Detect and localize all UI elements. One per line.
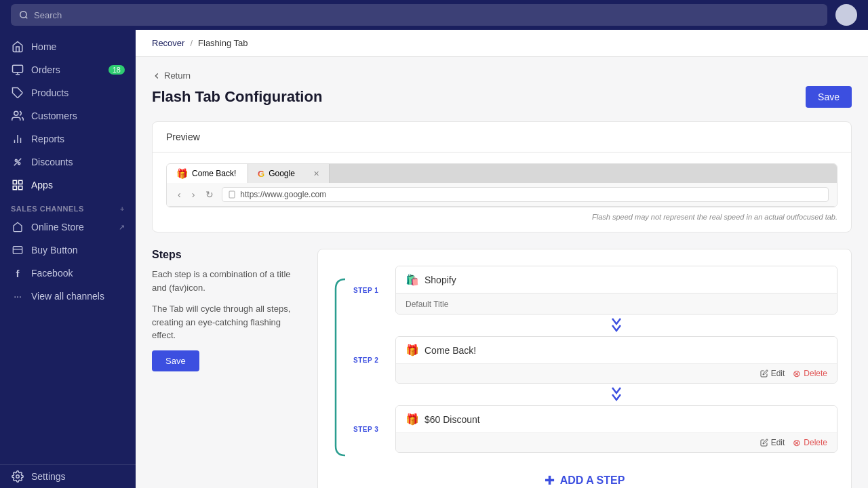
add-step-button[interactable]: ✚ ADD A STEP [332,462,837,488]
sidebar-item-home[interactable]: Home [0,35,136,58]
browser-tab-active[interactable]: 🎁 Come Back! [167,164,248,183]
step-connector-2 [395,384,837,405]
chevron-down-double-2-icon [610,386,623,403]
settings-icon [11,470,24,483]
step-2-title: Come Back! [425,345,476,356]
search-input[interactable] [34,10,819,20]
step-connector-1 [395,314,837,336]
gift-3-icon: 🎁 [406,413,419,426]
reports-icon [11,132,24,146]
sidebar-item-apps[interactable]: Apps [0,174,136,197]
step-1-card: 🛍️ Shopify [395,266,837,314]
browser-tab-google[interactable]: G Google ✕ [248,164,330,183]
step-3-actions: Edit ⊗ Delete [396,432,837,452]
breadcrumb-current: Flashing Tab [198,38,248,48]
step-2-row: STEP 2 🎁 Come Back! [353,336,837,384]
step-3-edit-button[interactable]: Edit [760,437,785,448]
step-2-card: 🎁 Come Back! Edit [395,336,837,384]
steps-title: Steps [152,249,301,261]
back-button[interactable]: ‹ [175,188,184,201]
page-icon [228,190,236,199]
sales-channels-section: SALES CHANNELS + [0,197,136,216]
sidebar-item-buy-button[interactable]: Buy Button [0,239,136,262]
sidebar-item-facebook[interactable]: f Facebook [0,262,136,285]
sidebar-item-label: Facebook [31,268,73,279]
flash-note: Flash speed may not represent the real s… [166,213,837,221]
forward-button[interactable]: › [189,188,198,201]
step-1-input[interactable] [406,300,827,309]
preview-card-header: Preview [153,122,851,152]
app-layout: Home Orders 18 Products Customers Repo [0,30,868,488]
save-button-top[interactable]: Save [806,86,852,108]
sidebar-bottom: Settings [0,464,136,488]
gift-2-icon: 🎁 [406,344,419,357]
external-link-icon: ↗ [119,223,125,232]
svg-rect-17 [13,247,22,254]
facebook-icon: f [11,266,24,280]
preview-card-body: 🎁 Come Back! G Google ✕ ‹ › [153,152,851,232]
svg-point-6 [14,111,18,115]
return-link[interactable]: Return [152,70,191,81]
sidebar-item-label: Customers [31,110,77,121]
step-2-label: STEP 2 [353,357,387,364]
step-2-delete-button[interactable]: ⊗ Delete [793,368,827,379]
step-2-title-bar: 🎁 Come Back! [396,337,837,363]
step-1-title-bar: 🛍️ Shopify [396,266,837,293]
page-title: Flash Tab Configuration [152,88,322,106]
step-1-row: STEP 1 🛍️ Shopify [353,266,837,314]
breadcrumb-separator: / [190,38,193,48]
svg-rect-15 [13,186,16,190]
svg-point-10 [15,159,17,161]
step-1-label: STEP 1 [353,287,387,294]
ellipsis-icon: ··· [11,289,24,303]
preview-card: Preview 🎁 Come Back! G Google ✕ [152,121,852,232]
sidebar-item-products[interactable]: Products [0,81,136,104]
customers-icon [11,109,24,123]
sidebar-item-label: View all channels [31,291,104,302]
gift-tab-icon: 🎁 [176,168,188,179]
step-1-title: Shopify [425,274,456,285]
step-3-delete-button[interactable]: ⊗ Delete [793,437,827,448]
sidebar-item-label: Orders [31,64,60,75]
url-text: https://www.google.com [240,190,326,199]
sidebar-item-settings[interactable]: Settings [0,465,136,488]
sidebar-item-customers[interactable]: Customers [0,104,136,127]
sidebar-item-label: Home [31,41,56,52]
svg-line-1 [26,17,28,19]
discounts-icon [11,155,24,169]
delete-3-icon: ⊗ [793,437,801,448]
add-step-label: ADD A STEP [560,474,625,487]
svg-rect-2 [13,65,23,73]
sidebar-item-label: Discounts [31,157,73,167]
sidebar-item-label: Buy Button [31,245,78,256]
step-3-card: 🎁 $60 Discount Edit [395,405,837,453]
step-2-edit-button[interactable]: Edit [760,368,785,379]
steps-diagram: STEP 1 🛍️ Shopify [317,249,852,488]
address-bar[interactable]: https://www.google.com [222,187,829,202]
delete-2-icon: ⊗ [793,368,801,379]
sidebar-item-orders[interactable]: Orders 18 [0,58,136,81]
sidebar-item-discounts[interactable]: Discounts [0,150,136,174]
online-store-icon [11,220,24,234]
sidebar-item-label: Products [31,87,68,98]
sidebar: Home Orders 18 Products Customers Repo [0,30,136,488]
step-1-input-area[interactable] [396,293,837,314]
sidebar-item-label: Reports [31,134,64,144]
save-button-steps[interactable]: Save [152,350,199,371]
main-content: Recover / Flashing Tab Return Flash Tab … [136,30,868,488]
browser-addressbar: ‹ › ↻ https://www.google.com [167,183,837,207]
tab-close-icon[interactable]: ✕ [313,169,319,178]
steps-list: STEP 1 🛍️ Shopify [353,266,837,462]
add-channel-button[interactable]: + [120,205,125,213]
browser-preview: 🎁 Come Back! G Google ✕ ‹ › [166,163,837,207]
sidebar-item-label: Online Store [31,222,84,232]
breadcrumb-parent[interactable]: Recover [152,38,184,48]
svg-rect-14 [19,180,22,184]
sidebar-item-view-all-channels[interactable]: ··· View all channels [0,285,136,308]
search-bar[interactable] [11,4,827,26]
sidebar-item-online-store[interactable]: Online Store ↗ [0,216,136,239]
sidebar-item-reports[interactable]: Reports [0,127,136,150]
refresh-button[interactable]: ↻ [203,188,216,201]
edit-icon [760,369,768,378]
steps-section: Steps Each step is a combination of a ti… [152,249,852,488]
